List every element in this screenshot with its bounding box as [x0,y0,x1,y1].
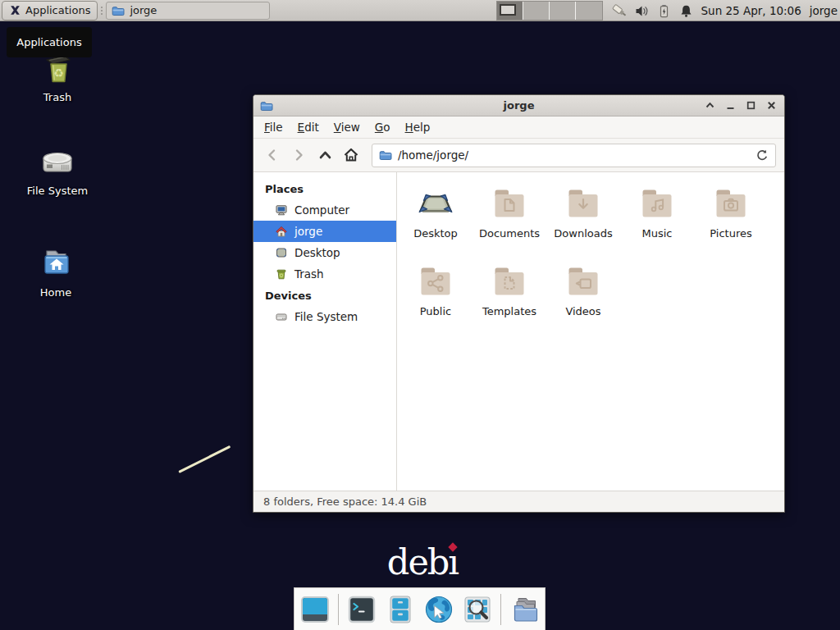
menu-go[interactable]: Go [368,117,398,137]
desktop: Applications jorge [0,0,840,630]
desktop-icon [416,184,455,223]
status-text: 8 folders, Free space: 14.4 GiB [263,495,427,508]
sidebar-item-label: Computer [294,203,349,217]
file-manager-window: jorge File Edit View Go Help [253,94,785,513]
folder-icon [112,4,125,17]
folder-templates-icon [490,262,529,301]
file-item-videos[interactable]: Videos [546,262,620,340]
logo-text: deb [387,541,449,582]
computer-icon [275,203,288,217]
minimize-button[interactable] [724,99,737,112]
sidebar-item-label: Desktop [294,246,340,259]
network-icon[interactable] [611,3,627,18]
file-item-pictures[interactable]: Pictures [694,184,768,262]
workspace-2[interactable] [523,2,550,20]
menu-view[interactable]: View [326,117,368,137]
file-item-desktop[interactable]: Desktop [399,184,472,262]
file-manager-launcher[interactable] [385,594,416,625]
file-label: Templates [482,305,536,317]
file-item-documents[interactable]: Documents [472,184,546,262]
hard-drive-icon [275,310,288,323]
file-item-templates[interactable]: Templates [472,262,546,340]
folder-videos-icon [564,262,603,301]
location-bar[interactable]: /home/jorge/ [372,144,776,167]
folder-music-icon [637,184,677,223]
sidebar-header-devices: Devices [253,285,396,306]
taskbar-window-button[interactable]: jorge [106,2,270,20]
file-item-downloads[interactable]: Downloads [546,184,620,262]
up-button[interactable] [314,144,336,166]
menu-help[interactable]: Help [398,117,438,137]
dock-separator [500,594,501,625]
maximize-button[interactable] [744,99,757,112]
panel-handle[interactable] [99,2,104,19]
applications-tooltip: Applications [7,27,92,57]
folder-documents-icon [490,184,529,223]
panel-clock[interactable]: Sun 25 Apr, 10:06 [701,4,801,17]
terminal-launcher[interactable] [346,594,377,625]
forward-button[interactable] [288,144,309,166]
applications-menu-icon [9,4,21,16]
directory-menu-button[interactable] [509,594,540,625]
logo-i: ı [448,541,458,582]
window-titlebar[interactable]: jorge [253,95,784,116]
window-controls [703,99,778,112]
home-icon [275,225,288,238]
file-item-music[interactable]: Music [620,184,694,262]
forward-icon [291,148,306,162]
sidebar: Places Computer jorge [253,172,397,491]
workspace-window-thumb [500,4,516,16]
show-desktop-button[interactable] [299,594,331,625]
desktop-icon-label: Trash [43,91,71,103]
file-label: Music [642,227,673,240]
battery-icon[interactable] [657,4,671,18]
sidebar-header-places: Places [253,178,396,199]
workspace-1[interactable] [497,2,523,20]
debian-logo: debıan [369,541,476,584]
web-browser-launcher[interactable] [423,594,454,625]
volume-icon[interactable] [635,4,649,18]
folder-downloads-icon [564,184,603,223]
taskbar-window-label: jorge [130,4,157,16]
application-finder-launcher[interactable] [462,594,493,625]
file-label: Documents [479,227,540,240]
file-label: Downloads [554,227,612,240]
sidebar-item-desktop[interactable]: Desktop [253,242,396,263]
menubar: File Edit View Go Help [253,116,784,139]
back-icon [265,148,280,162]
workspace-switcher[interactable] [496,1,603,21]
applications-menu-label: Applications [25,4,90,16]
sidebar-item-label: Trash [294,267,324,281]
workspace-4[interactable] [576,2,602,20]
application-finder-icon [462,594,493,625]
menu-edit[interactable]: Edit [290,117,326,137]
file-item-public[interactable]: Public [399,262,472,340]
sidebar-item-file-system[interactable]: File System [253,306,396,327]
home-icon [343,147,359,163]
home-folder-icon [36,242,75,281]
panel-right-section: Sun 25 Apr, 10:06 jorge [496,0,838,21]
desktop-icon-home[interactable]: Home [15,242,97,299]
top-panel: Applications jorge [0,0,840,21]
trash-icon [275,267,288,281]
sidebar-item-computer[interactable]: Computer [253,199,396,221]
applications-menu-button[interactable]: Applications [2,1,98,21]
dock-separator [338,594,339,625]
desktop-icon [275,246,288,259]
back-button[interactable] [262,144,283,166]
desktop-icon-file-system[interactable]: File System [16,140,98,197]
current-path[interactable]: /home/jorge/ [398,148,750,162]
notifications-bell-icon[interactable] [679,4,693,18]
workspace-3[interactable] [550,2,576,20]
tooltip-text: Applications [16,36,81,48]
sidebar-item-label: jorge [294,225,322,238]
shade-button[interactable] [703,99,716,112]
sidebar-item-trash[interactable]: Trash [253,263,396,285]
close-button[interactable] [765,99,778,112]
file-label: Pictures [710,227,751,240]
reload-icon[interactable] [756,148,769,162]
up-icon [317,148,333,163]
home-button[interactable] [340,144,362,166]
menu-file[interactable]: File [257,117,290,137]
sidebar-item-jorge[interactable]: jorge [253,221,396,242]
